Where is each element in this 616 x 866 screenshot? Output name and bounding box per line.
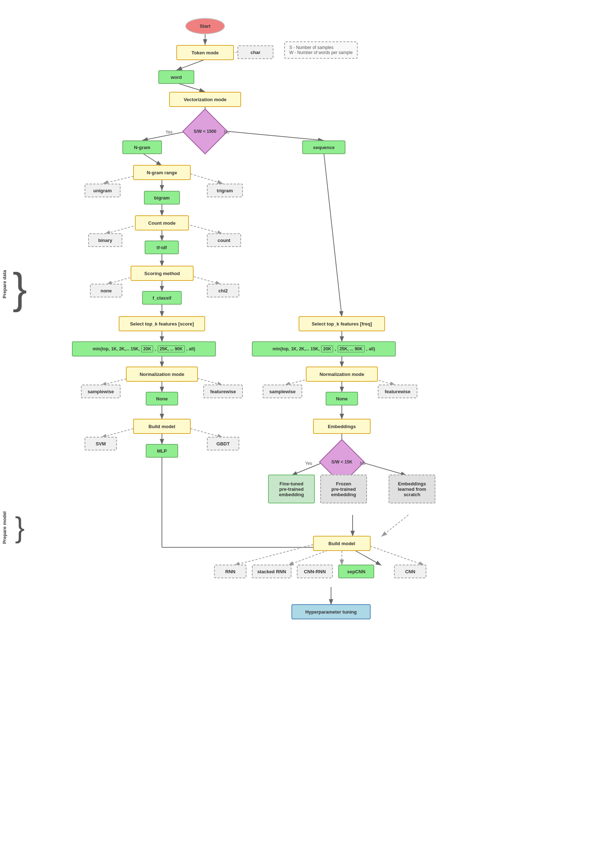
tfidf-node: tf-idf	[145, 241, 179, 254]
svm-node: SVM	[85, 437, 117, 450]
word-node: word	[158, 70, 194, 84]
arrows-svg	[0, 0, 616, 866]
no-label-1: No	[224, 130, 229, 135]
unigram-node: unigram	[85, 184, 121, 197]
count-mode-node: Count mode	[135, 215, 189, 230]
svg-line-5	[176, 83, 205, 92]
topk-left-node: min(top, 1K, 2K,... 15K, 20K , 25K, ... …	[72, 342, 216, 356]
char-node: char	[237, 46, 273, 59]
stacked-rnn-node: stacked RNN	[252, 565, 291, 578]
sw-1500-diamond: S/W < 1500	[182, 109, 228, 154]
chi2-node: chi2	[207, 284, 239, 298]
frozen-node: Frozen pre-trained embedding	[320, 475, 367, 504]
topk-right-node: min(top, 1K, 2K,... 15K, 20K , 25K, ... …	[252, 342, 396, 356]
norm-mode-left-node: Normalization mode	[126, 367, 198, 382]
binary-node: binary	[88, 233, 123, 247]
learned-scratch-node: Embeddings learned from scratch	[388, 475, 435, 504]
svg-line-46	[234, 544, 317, 565]
no-label-2: No	[360, 461, 365, 466]
svg-line-47	[288, 549, 331, 565]
gbdt-node: GBDT	[207, 437, 239, 450]
ngram-node: N-gram	[123, 140, 162, 154]
svg-line-49	[353, 549, 382, 565]
none-right-node: None	[325, 392, 358, 405]
build-model-left-node: Build model	[133, 419, 191, 434]
prepare-model-label: Prepare model	[2, 511, 7, 544]
cnn-rnn-node: CNN-RNN	[297, 565, 333, 578]
trigram-node: trigram	[207, 184, 243, 197]
featurewise-left-node: featurewise	[203, 384, 243, 398]
svg-line-12	[187, 173, 223, 184]
prepare-model-brace: }	[14, 416, 25, 639]
svg-line-50	[363, 544, 424, 565]
scoring-method-node: Scoring method	[130, 266, 193, 281]
svg-line-16	[184, 223, 223, 234]
legend-box: S - Number of samples W - Number of word…	[284, 41, 358, 59]
rnn-node: RNN	[214, 565, 247, 578]
svg-line-43	[382, 515, 409, 537]
svg-line-8	[221, 131, 324, 140]
svg-line-22	[324, 153, 342, 317]
mlp-node: MLP	[146, 444, 178, 458]
sepcnn-node: sepCNN	[338, 565, 374, 578]
samplewise-right-node: samplewise	[262, 384, 302, 398]
svg-line-9	[142, 153, 162, 165]
svg-line-3	[176, 60, 205, 70]
build-model-right-node: Build model	[313, 536, 371, 551]
hyperparameter-node: Hyperparameter tuning	[291, 604, 371, 619]
featurewise-right-node: featurewise	[378, 384, 417, 398]
yes-label-2: Yes	[305, 461, 312, 466]
select-topk-score-node: Select top_k features [score]	[119, 316, 205, 331]
none-left-node: None	[146, 392, 178, 405]
diagram-container: Start Token mode word char S - Number of…	[0, 0, 616, 866]
samplewise-left-node: samplewise	[81, 384, 121, 398]
bigram-node: bigram	[144, 191, 180, 205]
sequence-node: sequence	[302, 140, 346, 154]
select-topk-freq-node: Select top_k features [freq]	[299, 316, 385, 331]
token-mode-node: Token mode	[176, 45, 234, 60]
none-node: none	[90, 284, 123, 298]
cnn-node: CNN	[394, 565, 426, 578]
norm-mode-right-node: Normalization mode	[306, 367, 378, 382]
start-node: Start	[185, 18, 225, 34]
ngram-range-node: N-gram range	[133, 165, 191, 180]
f-classif-node: f_classif	[142, 291, 182, 305]
prepare-data-brace: }	[14, 126, 25, 450]
yes-label-1: Yes	[165, 130, 173, 135]
count-node: count	[207, 233, 241, 247]
fine-tuned-node: Fine-tuned pre-trained embedding	[268, 475, 315, 504]
prepare-data-label: Prepare data	[2, 270, 7, 299]
vectorization-mode-node: Vectorization mode	[169, 92, 241, 107]
embeddings-node: Embeddings	[313, 419, 371, 434]
